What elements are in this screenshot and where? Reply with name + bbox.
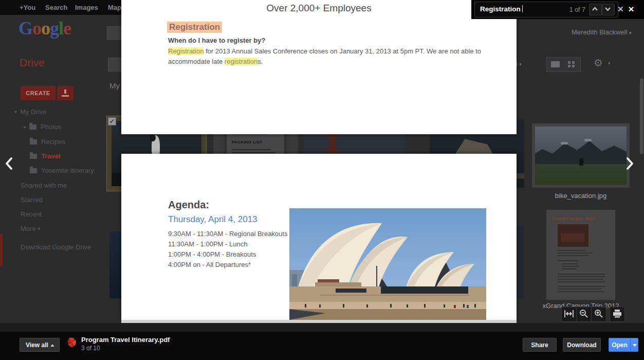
preview-page-2: Agenda: Thursday, April 4, 2013 9:30AM -… [121, 154, 517, 320]
google-logo: Google [19, 17, 71, 39]
create-button[interactable]: CREATE [21, 86, 56, 100]
folder-icon [30, 168, 37, 173]
pdf-icon [67, 337, 77, 348]
gbar-item-plus-you[interactable]: +You [20, 4, 35, 11]
caret-up-icon [50, 344, 54, 347]
upload-icon [62, 89, 69, 97]
doc-paragraph: Registration for 2013 Annual Sales Confe… [168, 46, 482, 67]
schedule-line: 1:00PM - 4:00PM - Breakouts [168, 249, 287, 260]
find-match-highlight: registration [225, 58, 257, 65]
find-input[interactable]: Registration 1 of 7 ✕ [474, 2, 618, 17]
grand-canyon-title: Grand Canyon 2012 [551, 216, 595, 221]
sidebar-item-recipes[interactable]: Recipes [30, 138, 65, 146]
partial-red-thumbnail [0, 234, 3, 266]
preview-page-1: Over 2,000+ Employees Registration When … [121, 0, 517, 134]
agenda-date: Thursday, April 4, 2013 [168, 214, 257, 225]
preview-page-count: 3 of 10 [81, 345, 100, 352]
account-menu[interactable]: Meredith Blackwell ▾ [572, 28, 632, 36]
sidebar-item-recent[interactable]: Recent [21, 210, 42, 218]
preview-footer: View all Program Travel Itinerary.pdf 3 … [0, 332, 644, 360]
find-query-text: Registration [480, 5, 521, 13]
preview-filename: Program Travel Itinerary.pdf [81, 336, 170, 344]
folder-icon [30, 139, 37, 145]
google-search-box[interactable] [107, 26, 123, 40]
view-all-button[interactable]: View all [20, 338, 60, 352]
open-button[interactable]: Open [609, 338, 631, 352]
packing-list-title: PACKING LIST [232, 140, 262, 145]
share-button[interactable]: Share [523, 338, 557, 352]
close-icon: ✕ [617, 5, 624, 14]
find-bar: Registration 1 of 7 ✕ [471, 0, 644, 19]
gear-icon[interactable]: ⚙ [594, 57, 603, 69]
sidebar-item-photos[interactable]: ▸Photos [24, 123, 62, 131]
find-match-count: 1 of 7 [557, 6, 585, 13]
drive-preview-screen: +You Search Images Maps Google Drive My … [0, 0, 644, 360]
doc-question: When do I have to register by? [168, 37, 265, 44]
schedule-line: 4:00PM on - All Departures* [168, 260, 287, 270]
previous-item-button[interactable] [3, 156, 14, 171]
drive-search-box[interactable] [108, 58, 123, 71]
zoom-in-button[interactable] [592, 307, 606, 322]
zoom-out-button[interactable] [577, 307, 592, 322]
gear-caret-icon: ▾ [608, 61, 611, 66]
folder-icon [30, 154, 37, 159]
drive-product-name: Drive [20, 57, 45, 69]
find-next-button[interactable] [602, 4, 615, 15]
upload-button[interactable] [57, 86, 73, 100]
agenda-heading: Agenda: [168, 199, 209, 211]
folder-icon [29, 124, 36, 130]
expander-down-icon: ▾ [38, 226, 40, 231]
preview-close-button[interactable]: × [625, 3, 637, 15]
gbar-item-search[interactable]: Search [45, 4, 67, 11]
print-button[interactable] [610, 307, 625, 322]
sidebar-item-my-drive[interactable]: ▾My Drive [14, 108, 46, 116]
list-view-icon[interactable] [551, 61, 560, 67]
selected-checkbox[interactable]: ✓ [108, 117, 116, 125]
cyclist [579, 158, 583, 166]
download-button[interactable]: Download [563, 338, 601, 352]
view-toggle[interactable] [546, 57, 581, 72]
scrollbar[interactable] [640, 78, 643, 154]
sidebar-item-starred[interactable]: Starred [21, 196, 43, 204]
expander-right-icon[interactable]: ▸ [24, 124, 26, 130]
bike-photo [535, 127, 627, 185]
preview-zoom-controls [561, 307, 625, 321]
doc-title: Over 2,000+ Employees [121, 3, 517, 14]
find-match-highlight: Registration [168, 47, 204, 55]
sidebar-item-more[interactable]: More ▾ [21, 225, 43, 232]
schedule-line: 11:30AM - 1:00PM - Lunch [168, 239, 287, 249]
sydney-opera-house-photo [289, 208, 486, 320]
fit-width-button[interactable] [561, 307, 577, 322]
find-previous-button[interactable] [589, 4, 602, 15]
next-item-button[interactable] [624, 156, 636, 171]
footer-shadow-strip [0, 323, 644, 332]
schedule-line: 9:30AM - 11:30AM - Regional Breakouts [168, 229, 287, 239]
thumbnail-bike-vacation[interactable] [532, 123, 630, 188]
sidebar-item-shared-with-me[interactable]: Shared with me [21, 182, 67, 189]
open-dropdown-button[interactable] [630, 338, 638, 352]
thumbnail-grand-canyon-doc[interactable]: Grand Canyon 2012 [546, 210, 615, 300]
text-cursor [522, 5, 523, 12]
sidebar-item-travel[interactable]: Travel [30, 152, 61, 160]
agenda-schedule: 9:30AM - 11:30AM - Regional Breakouts 11… [168, 229, 287, 270]
sidebar-item-yosemite-itinerary[interactable]: Yosemite itinerary [30, 167, 94, 174]
grid-view-icon[interactable] [568, 61, 575, 67]
sidebar-item-download-google-drive[interactable]: Download Google Drive [21, 243, 91, 251]
doc-heading-registration: Registration [167, 22, 222, 33]
gbar-item-images[interactable]: Images [75, 4, 98, 11]
expander-down-icon[interactable]: ▾ [14, 109, 17, 115]
file-label-bike-vacation: bike_vacation.jpg [532, 192, 630, 200]
canyon-photo [558, 224, 588, 247]
